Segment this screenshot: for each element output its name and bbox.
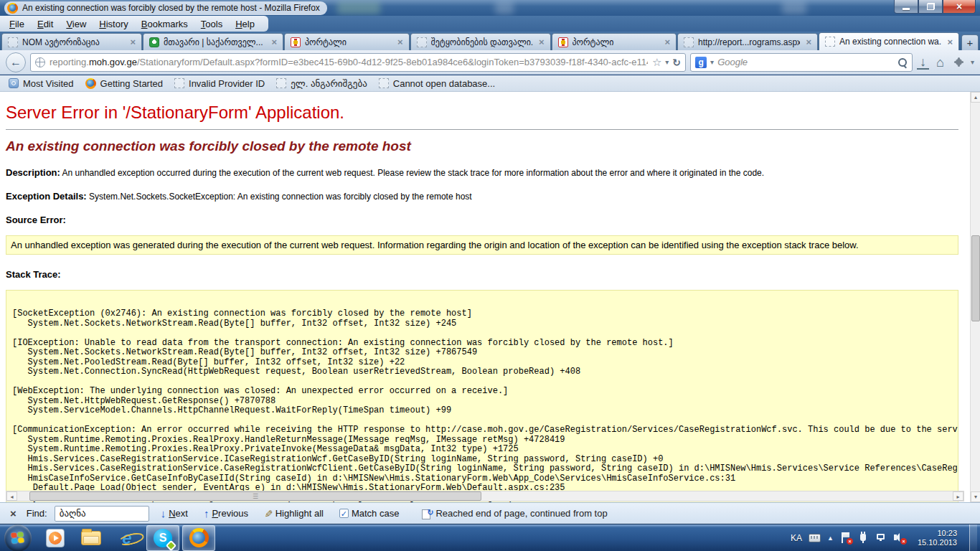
tab-label: პორტალი xyxy=(305,37,392,47)
menu-file[interactable]: File xyxy=(3,17,31,32)
url-bar[interactable]: reporting.moh.gov.ge/Stationaryform/Defa… xyxy=(30,53,686,72)
horizontal-scrollbar-thumb[interactable] xyxy=(29,491,481,501)
google-engine-icon[interactable]: g xyxy=(695,57,707,68)
find-label: Find: xyxy=(27,508,47,519)
power-plug-icon[interactable] xyxy=(858,532,870,544)
find-previous-button[interactable]: ↑ Previous xyxy=(199,507,253,520)
exception-details-label: Exception Details: xyxy=(6,191,87,202)
tab-report-programs[interactable]: http://report...rograms.aspx × xyxy=(677,33,818,50)
close-button[interactable]: × xyxy=(943,0,976,14)
taskbar-explorer-button[interactable] xyxy=(75,525,108,551)
menu-tools[interactable]: Tools xyxy=(194,17,229,32)
bookmark-star-icon[interactable]: ☆ xyxy=(652,56,661,69)
scroll-up-icon[interactable]: ▴ xyxy=(971,92,980,103)
match-case-checkbox[interactable]: ✓ Match case xyxy=(335,507,403,520)
tab-close-icon[interactable]: × xyxy=(537,37,546,47)
tab-close-icon[interactable]: × xyxy=(946,37,954,47)
keyboard-layout-icon[interactable] xyxy=(809,534,821,542)
start-button[interactable] xyxy=(4,524,32,551)
taskbar-skype-button[interactable]: S xyxy=(146,525,179,551)
find-next-button[interactable]: ↓ Next xyxy=(156,507,192,520)
highlight-all-button[interactable]: ✎ Highlight all xyxy=(260,507,328,521)
tab-messages[interactable]: შეტყობინების დათვალი... × xyxy=(410,33,551,50)
georgia-coat-of-arms-favicon-icon xyxy=(558,37,568,47)
network-icon[interactable] xyxy=(876,532,887,544)
tab-portal-1[interactable]: პორტალი × xyxy=(284,33,410,50)
search-engine-dropdown-icon[interactable]: ▾ xyxy=(710,58,714,66)
tab-close-icon[interactable]: × xyxy=(663,37,672,47)
wrapped-search-icon xyxy=(422,509,433,519)
search-placeholder[interactable]: Google xyxy=(717,57,894,67)
firefox-icon xyxy=(85,78,96,89)
tab-close-icon[interactable]: × xyxy=(804,37,813,47)
bookmark-most-visited[interactable]: Most Visited xyxy=(6,77,80,90)
exception-details-line: Exception Details: System.Net.Sockets.So… xyxy=(6,191,958,202)
bookmark-getting-started[interactable]: Getting Started xyxy=(83,77,169,90)
tab-active-error-page[interactable]: An existing connection wa... × xyxy=(819,32,959,50)
back-button[interactable]: ← xyxy=(6,52,26,72)
tab-mtavari[interactable]: მთავარი | საქართველ... × xyxy=(143,33,283,50)
reload-icon[interactable]: ↻ xyxy=(672,57,681,68)
minimize-button[interactable] xyxy=(894,0,918,14)
taskbar-firefox-button[interactable] xyxy=(182,525,215,551)
find-next-label: Next xyxy=(169,508,188,519)
taskbar-internet-explorer-button[interactable]: e xyxy=(110,525,143,551)
vertical-scrollbar-thumb[interactable] xyxy=(971,235,980,321)
bookmark-cannot-open-database[interactable]: Cannot open database... xyxy=(376,77,501,90)
show-desktop-button[interactable] xyxy=(969,524,977,551)
menu-edit[interactable]: Edit xyxy=(31,17,60,32)
find-previous-label: Previous xyxy=(212,508,248,519)
tab-close-icon[interactable]: × xyxy=(128,37,137,47)
tab-label: მთავარი | საქართველ... xyxy=(164,37,265,47)
window-title: An existing connection was forcibly clos… xyxy=(22,3,320,13)
home-button[interactable]: ⌂ xyxy=(933,56,947,69)
previous-arrow-icon: ↑ xyxy=(204,508,209,519)
search-icon[interactable] xyxy=(897,57,908,67)
taskbar-media-player-button[interactable] xyxy=(39,525,72,551)
error-page: Server Error in '/StationaryForm' Applic… xyxy=(0,92,980,502)
bookmark-label: Getting Started xyxy=(100,78,163,89)
source-error-label: Source Error: xyxy=(6,215,958,225)
tray-expand-icon[interactable]: ▲ xyxy=(827,534,834,542)
url-dropdown-icon[interactable]: ▾ xyxy=(665,58,669,66)
clock-date: 15.10.2013 xyxy=(918,538,957,547)
site-identity-globe-icon[interactable] xyxy=(35,57,45,67)
placeholder-favicon-icon xyxy=(417,37,427,47)
tab-nom-authorization[interactable]: NOM ავტორიზაცია × xyxy=(1,33,142,50)
tab-portal-2[interactable]: პორტალი × xyxy=(552,33,677,50)
find-input[interactable]: ბაღნა xyxy=(55,506,149,522)
stack-trace-label: Stack Trace: xyxy=(6,269,958,280)
volume-muted-icon[interactable]: × xyxy=(894,532,905,544)
tab-close-icon[interactable]: × xyxy=(396,37,405,47)
bookmark-el-angarishgeba[interactable]: ელ. ანგარიშგება xyxy=(273,77,373,90)
url-text[interactable]: reporting.moh.gov.ge/Stationaryform/Defa… xyxy=(50,57,648,67)
exception-details-text: System.Net.Sockets.SocketException: An e… xyxy=(89,192,472,202)
toolbar-overflow-dropdown-icon[interactable]: ▾ xyxy=(971,58,974,66)
language-indicator[interactable]: KA xyxy=(791,533,802,543)
taskbar-clock[interactable]: 10:23 15.10.2013 xyxy=(912,529,963,547)
menu-history[interactable]: History xyxy=(93,17,134,32)
scroll-left-icon[interactable]: ◂ xyxy=(6,491,17,501)
windows-logo-icon xyxy=(11,532,25,545)
menu-view[interactable]: View xyxy=(60,17,93,32)
tab-close-icon[interactable]: × xyxy=(270,37,278,47)
action-center-flag-icon[interactable]: × xyxy=(840,532,852,544)
vertical-scrollbar[interactable]: ▴ ▾ xyxy=(970,92,980,502)
bookmark-invalid-provider[interactable]: Invalid Provider ID xyxy=(171,77,270,90)
menu-bookmarks[interactable]: Bookmarks xyxy=(135,17,194,32)
scroll-down-icon[interactable]: ▾ xyxy=(971,491,980,502)
menu-help[interactable]: Help xyxy=(229,17,261,32)
downloads-button[interactable]: ↓ xyxy=(917,55,929,70)
scroll-right-icon[interactable]: ▸ xyxy=(953,491,963,501)
most-visited-icon xyxy=(9,78,19,88)
tab-label: შეტყობინების დათვალი... xyxy=(431,37,533,47)
horizontal-scrollbar[interactable]: ◂ ▸ xyxy=(6,491,964,501)
addon-icon[interactable] xyxy=(956,59,962,65)
new-tab-button[interactable]: + xyxy=(961,34,979,50)
folder-icon xyxy=(81,531,101,545)
find-close-icon[interactable]: × xyxy=(7,507,19,519)
search-box[interactable]: g ▾ Google xyxy=(690,53,913,72)
restore-button[interactable] xyxy=(918,0,943,14)
url-bar-buttons: ☆ ▾ ↻ xyxy=(652,56,681,69)
error-page-title: Server Error in '/StationaryForm' Applic… xyxy=(6,102,958,123)
